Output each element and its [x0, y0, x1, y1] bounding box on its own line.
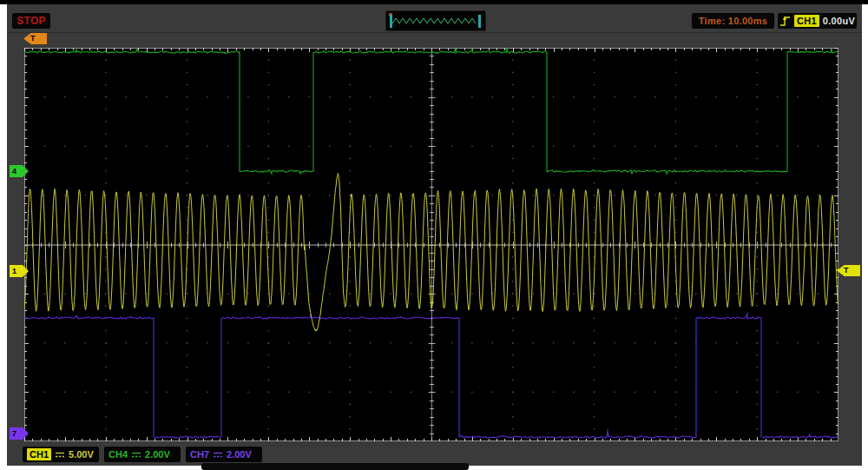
- dc-coupling-icon: [213, 451, 223, 459]
- channel4-scale: 2.00V: [145, 449, 170, 460]
- scope-screen: [24, 48, 838, 441]
- dc-coupling-icon: [131, 451, 141, 459]
- preview-waveform-icon: [387, 12, 484, 30]
- channel1-scale: 5.00V: [69, 449, 94, 460]
- channel4-settings[interactable]: CH4 2.00V: [104, 447, 181, 462]
- timebase-readout: Time: 10.00ms: [692, 13, 774, 29]
- trigger-source-badge: CH1: [794, 15, 819, 27]
- dc-coupling-icon: [55, 451, 65, 459]
- toolbar-divider: [7, 32, 862, 33]
- oscilloscope-app: STOP Time: 10.00ms CH1 0.00uV T 4 1 7 T …: [0, 0, 868, 470]
- acquisition-status: STOP: [12, 13, 50, 29]
- channel7-label: CH7: [190, 449, 209, 460]
- channel4-label: CH4: [108, 449, 128, 460]
- trigger-readout: CH1 0.00uV: [778, 13, 857, 29]
- trigger-level-value: 0.00uV: [823, 16, 855, 26]
- channel7-settings[interactable]: CH7 2.00V: [186, 447, 262, 462]
- channel1-label: CH1: [27, 448, 51, 460]
- channel7-scale: 2.00V: [227, 449, 252, 460]
- channel1-settings[interactable]: CH1 5.00V: [23, 447, 99, 462]
- trigger-edge-icon: [779, 14, 791, 28]
- waveform-preview[interactable]: [385, 10, 486, 31]
- background-window-edge: [201, 463, 469, 470]
- scope-display: [24, 48, 838, 441]
